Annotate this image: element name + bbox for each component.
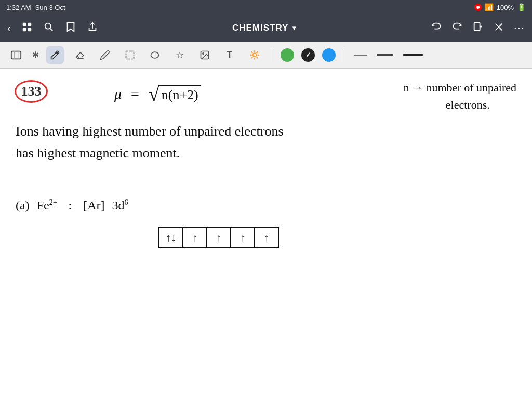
main-formula: μ = √ n(n+2) bbox=[114, 84, 201, 104]
orbital-box-4: ↑ bbox=[230, 227, 255, 248]
redo-button[interactable] bbox=[451, 21, 463, 35]
orbital-exp: 6 bbox=[125, 198, 128, 206]
grid-button[interactable] bbox=[21, 21, 33, 35]
svg-rect-12 bbox=[126, 51, 134, 59]
select-rect-tool[interactable] bbox=[121, 46, 139, 64]
back-button[interactable]: ‹ bbox=[7, 22, 11, 34]
orbital-box-3: ↑ bbox=[206, 227, 231, 248]
status-left: 1:32 AM Sun 3 Oct bbox=[6, 4, 65, 11]
part-label: (a) bbox=[16, 198, 30, 212]
ar-bracket: [Ar] bbox=[83, 198, 104, 212]
sqrt-content: n(n+2) bbox=[159, 85, 201, 104]
page-number: 133 bbox=[15, 80, 48, 103]
screenshot-tool[interactable] bbox=[7, 46, 25, 64]
star-tool[interactable]: ☆ bbox=[171, 46, 189, 64]
orbital-boxes: ↑↓ ↑ ↑ ↑ ↑ bbox=[158, 227, 278, 248]
svg-point-15 bbox=[203, 52, 204, 54]
color-green[interactable] bbox=[281, 48, 294, 62]
sqrt-expression: √ n(n+2) bbox=[149, 84, 201, 104]
text-line2: has highest magnetic moment. bbox=[16, 142, 516, 164]
add-page-button[interactable] bbox=[472, 21, 484, 35]
colon: : bbox=[69, 198, 72, 212]
dropdown-chevron[interactable]: ▾ bbox=[292, 24, 296, 32]
wifi-icon: 📶 bbox=[485, 3, 494, 11]
text-line1: Ions having highest number of unpaired e… bbox=[16, 121, 516, 142]
n-def-line1: n → number of unpaired bbox=[404, 79, 517, 96]
svg-rect-6 bbox=[474, 22, 480, 30]
image-tool[interactable] bbox=[196, 46, 214, 64]
svg-rect-3 bbox=[28, 28, 31, 31]
pencil-tool[interactable] bbox=[96, 46, 114, 64]
n-definition: n → number of unpaired electrons. bbox=[404, 79, 517, 113]
more-button[interactable]: ··· bbox=[514, 21, 525, 35]
share-button[interactable] bbox=[87, 21, 98, 35]
pen-tool[interactable] bbox=[46, 46, 64, 64]
eraser-tool[interactable] bbox=[71, 46, 89, 64]
orbital-box-5: ↑ bbox=[254, 227, 279, 248]
time: 1:32 AM bbox=[6, 4, 31, 11]
nav-bar: ‹ CHEMISTRY ▾ ··· bbox=[0, 15, 532, 42]
bluetooth-icon: ✱ bbox=[32, 50, 39, 60]
nav-center: CHEMISTRY ▾ bbox=[232, 23, 297, 33]
line-weight-thick[interactable] bbox=[402, 50, 424, 60]
battery-label: 100% bbox=[497, 4, 514, 11]
svg-point-13 bbox=[151, 52, 159, 58]
equals-sign: = bbox=[131, 86, 139, 102]
bookmark-button[interactable] bbox=[65, 21, 76, 35]
orbital-box-2: ↑ bbox=[182, 227, 207, 248]
fe-charge: 2+ bbox=[49, 198, 57, 206]
fe-ion: Fe bbox=[37, 198, 49, 212]
battery-icon: 🔋 bbox=[517, 3, 526, 11]
part-a-label: (a) Fe2+ : [Ar] 3d6 bbox=[16, 198, 128, 212]
svg-point-4 bbox=[45, 23, 50, 29]
toolbar-separator-2 bbox=[344, 48, 344, 62]
main-content: 133 μ = √ n(n+2) n → number of unpaired … bbox=[0, 69, 532, 399]
color-blue[interactable] bbox=[322, 48, 336, 62]
status-right: 📶 100% 🔋 bbox=[474, 3, 526, 11]
toolbar: ✱ ☆ T 🔆 bbox=[0, 42, 532, 69]
nav-right: ··· bbox=[431, 21, 525, 35]
toolbar-separator bbox=[272, 48, 272, 62]
highlighter-tool[interactable]: 🔆 bbox=[246, 46, 263, 64]
mu-symbol: μ bbox=[114, 86, 122, 102]
orbital-box-1: ↑↓ bbox=[158, 227, 183, 248]
status-bar: 1:32 AM Sun 3 Oct 📶 100% 🔋 bbox=[0, 0, 532, 15]
line-weight-thin[interactable] bbox=[353, 50, 368, 60]
app-title: CHEMISTRY bbox=[232, 23, 289, 33]
undo-button[interactable] bbox=[431, 21, 442, 35]
n-def-line2: electrons. bbox=[419, 96, 517, 113]
orbital-label: 3d bbox=[112, 198, 125, 212]
sqrt-symbol: √ bbox=[149, 84, 159, 104]
nav-left: ‹ bbox=[7, 21, 98, 35]
line-weight-medium[interactable] bbox=[376, 50, 394, 60]
svg-rect-11 bbox=[11, 51, 21, 59]
svg-line-5 bbox=[50, 28, 52, 31]
svg-rect-0 bbox=[22, 22, 25, 25]
lasso-tool[interactable] bbox=[146, 46, 164, 64]
close-button[interactable] bbox=[493, 21, 504, 35]
svg-rect-2 bbox=[22, 28, 25, 31]
search-button[interactable] bbox=[43, 21, 55, 35]
svg-rect-1 bbox=[28, 22, 31, 25]
color-black[interactable] bbox=[301, 48, 315, 62]
main-text-block: Ions having highest number of unpaired e… bbox=[16, 121, 516, 164]
text-tool[interactable]: T bbox=[221, 46, 238, 64]
record-icon bbox=[474, 4, 482, 11]
date: Sun 3 Oct bbox=[35, 4, 65, 11]
